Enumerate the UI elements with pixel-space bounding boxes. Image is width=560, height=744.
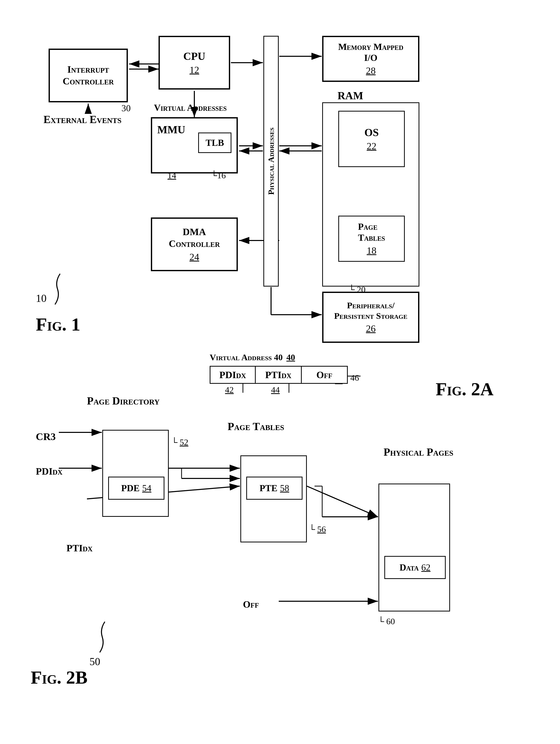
pte-ref: 58	[280, 483, 289, 493]
data-box: Data 62	[384, 556, 446, 579]
page: Interrupt Controller 30 CPU 12 Virtual A…	[0, 0, 560, 744]
pde-ref: 54	[142, 483, 151, 493]
fig2a-label: Fig. 2A	[436, 379, 493, 400]
page-tables-box: Page Tables 18	[338, 216, 405, 262]
tlb-box: TLB	[198, 133, 231, 153]
os-ref: 22	[367, 141, 376, 152]
pt-ref: 18	[367, 245, 376, 256]
ptidx-ref: 44	[271, 385, 280, 395]
cr3-label: CR3	[36, 431, 56, 443]
va-refs: 42 44 46	[210, 384, 348, 397]
data-label: Data	[399, 562, 418, 573]
va-pdidx: PDIdx	[210, 366, 256, 384]
fig1-area: Interrupt Controller 30 CPU 12 Virtual A…	[15, 15, 545, 343]
svg-line-29	[307, 486, 378, 517]
fig2b-num: 50	[89, 656, 100, 668]
ram-label: RAM	[337, 89, 363, 102]
dma-box: DMA Controller 24	[151, 218, 238, 271]
mmio-box: Memory Mapped I/O 28	[322, 36, 419, 82]
interrupt-controller-box: Interrupt Controller	[49, 49, 128, 102]
pp-title: Physical Pages	[384, 445, 453, 459]
pt-label: Page Tables	[358, 221, 385, 243]
pt-ref2b: └ 56	[309, 524, 326, 534]
pte-label: PTE	[259, 483, 277, 493]
fig2-area: Fig. 2A Virtual Address 40 40 PDIdx PTId…	[15, 358, 545, 729]
cpu-box: CPU 12	[159, 36, 230, 89]
off-label-2b: Off	[243, 599, 259, 610]
ram-box: OS 22 Page Tables 18 └ 20	[322, 102, 419, 287]
phys-addr-label: Physical Addresses	[267, 128, 276, 195]
external-events-label: External Events	[43, 113, 121, 127]
phys-addr-bus: Physical Addresses	[264, 36, 279, 287]
os-box: OS 22	[338, 111, 405, 167]
ic-ref: 30	[121, 103, 131, 114]
va-num: 40	[286, 352, 295, 362]
dma-ref: 24	[190, 251, 199, 262]
tlb-ref: └16	[211, 171, 226, 180]
pde-box: PDE 54	[108, 477, 164, 500]
pp-outer: Data 62	[378, 484, 450, 611]
va-off: Off	[302, 366, 348, 384]
pde-label: PDE	[121, 483, 139, 493]
mmu-label: MMU	[157, 123, 186, 136]
periph-ref: 26	[366, 323, 376, 334]
tlb-label: TLB	[206, 137, 224, 148]
fig2b-label: Fig. 2B	[31, 667, 87, 688]
mmio-label: Memory Mapped I/O	[338, 41, 403, 64]
cpu-ref: 12	[190, 64, 199, 75]
pdidx-label-2b: PDIdx	[36, 466, 63, 477]
fig1-label: Fig. 1	[36, 314, 80, 335]
virtual-address-bar: Virtual Address 40 40 PDIdx PTIdx Off 42…	[210, 366, 348, 397]
cpu-label: CPU	[183, 50, 205, 63]
mmio-ref: 28	[366, 65, 376, 76]
mmu-ref: 14	[167, 171, 176, 180]
dma-label: DMA Controller	[169, 226, 220, 250]
pp-ref: └ 60	[378, 617, 395, 626]
pd-ref: └ 52	[171, 438, 189, 447]
virt-addr-label: Virtual Addresses	[154, 102, 227, 114]
pte-box: PTE 58	[246, 477, 303, 500]
pt2-outer: PTE 58	[240, 455, 307, 543]
va-ptidx: PTIdx	[256, 366, 302, 384]
peripherals-box: Peripherals/ Persistent Storage 26	[322, 292, 419, 343]
data-ref: 62	[422, 562, 431, 573]
pd-title: Page Directory	[87, 394, 160, 408]
pt2-title: Page Tables	[228, 419, 284, 434]
va-title: Virtual Address 40 40	[210, 352, 295, 362]
ptidx-label-2b: PTIdx	[67, 543, 92, 554]
fig2-arrows	[15, 358, 545, 729]
os-label: OS	[364, 126, 379, 139]
ic-label: Interrupt Controller	[63, 64, 114, 87]
fig1-num: 10	[36, 292, 46, 304]
va-ref46: 46	[350, 373, 359, 383]
pdidx-ref: 42	[225, 385, 234, 395]
pd-outer: PDE 54	[102, 430, 169, 517]
periph-label: Peripherals/ Persistent Storage	[334, 300, 408, 321]
va-segments: PDIdx PTIdx Off	[210, 366, 348, 384]
mmu-box: MMU TLB 14 └16	[151, 117, 238, 174]
